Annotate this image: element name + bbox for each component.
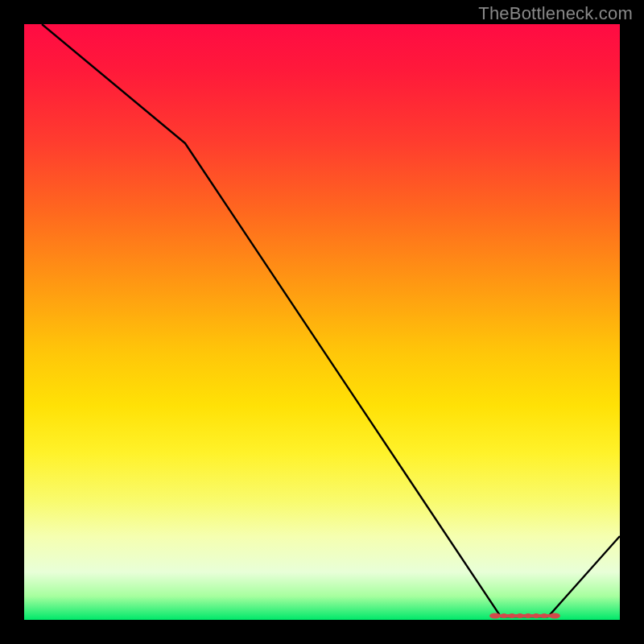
plot-area [24, 24, 620, 620]
svg-point-4 [524, 613, 532, 618]
marker-band [489, 613, 560, 619]
svg-point-5 [532, 613, 540, 618]
svg-point-1 [500, 613, 508, 618]
svg-point-7 [549, 613, 560, 619]
svg-point-0 [489, 613, 501, 619]
curve-path [42, 24, 620, 617]
svg-point-2 [508, 613, 516, 618]
line-plot [24, 24, 620, 620]
svg-rect-8 [497, 614, 552, 617]
svg-point-6 [540, 613, 548, 618]
source-label: TheBottleneck.com [478, 3, 633, 24]
svg-point-3 [516, 613, 524, 618]
chart-frame: TheBottleneck.com [0, 0, 644, 644]
